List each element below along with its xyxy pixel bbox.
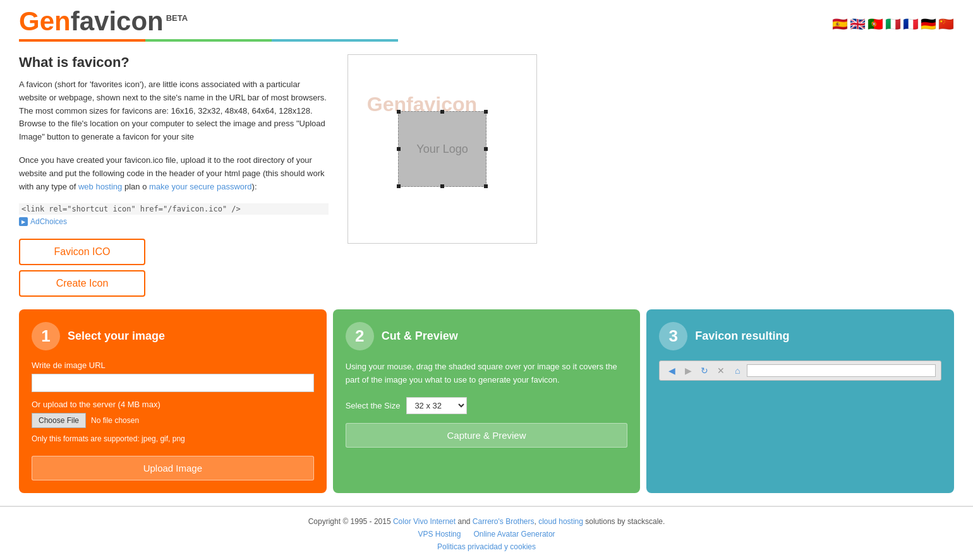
code-line: <link rel="shortcut icon" href="/favicon… [19, 203, 329, 215]
size-row: Select the Size 16 x 16 32 x 32 48 x 48 … [346, 397, 628, 414]
flag-portugal[interactable]: 🇵🇹 [867, 16, 883, 32]
logo-gen: Gen [19, 6, 71, 36]
page-title: What is favicon? [19, 54, 329, 71]
favicon-ico-button[interactable]: Favicon ICO [19, 239, 145, 265]
online-avatar-link[interactable]: Online Avatar Generator [473, 530, 555, 539]
flag-spain[interactable]: 🇪🇸 [832, 16, 848, 32]
bar-orange [19, 39, 145, 42]
logo-area: GenfaviconBETA [19, 6, 398, 42]
color-vivo-link[interactable]: Color Vivo Internet [393, 517, 456, 526]
no-file-text: No file chosen [91, 416, 139, 425]
steps-section: 1 Select your image Write de image URL O… [0, 309, 973, 506]
drag-handle-bot-center[interactable] [440, 184, 444, 188]
web-hosting-link[interactable]: web hosting [78, 182, 122, 191]
step2-title: Cut & Preview [382, 330, 458, 343]
flag-germany[interactable]: 🇩🇪 [921, 16, 936, 32]
flag-uk[interactable]: 🇬🇧 [850, 16, 866, 32]
step1-box: 1 Select your image Write de image URL O… [19, 309, 327, 493]
step3-number: 3 [659, 322, 687, 350]
upload-image-button[interactable]: Upload Image [32, 456, 314, 480]
footer-politicas: Politicas privacidad y cookies [10, 542, 963, 551]
url-input[interactable] [32, 374, 314, 392]
browser-stop-button[interactable]: ✕ [714, 364, 728, 378]
description-paragraph1: A favicon (short for 'favorites icon'), … [19, 78, 329, 144]
upload-row: Choose File No file chosen [32, 413, 314, 428]
drag-handle-mid-right[interactable] [484, 147, 488, 151]
formats-text: Only this formats are supported: jpeg, g… [32, 434, 314, 443]
preview-area: Genfavicon Your Logo [348, 54, 537, 297]
create-icon-button[interactable]: Create Icon [19, 270, 145, 297]
capture-preview-button[interactable]: Capture & Preview [346, 423, 628, 448]
step3-box: 3 Favicon resulting ◀ ▶ ↻ ✕ ⌂ [646, 309, 954, 493]
footer-copyright: Copyright © 1995 - 2015 Color Vivo Inter… [10, 517, 963, 526]
flag-france[interactable]: 🇫🇷 [903, 16, 919, 32]
step1-url-label: Write de image URL [32, 360, 314, 370]
flag-italy[interactable]: 🇮🇹 [885, 16, 901, 32]
step2-description: Using your mouse, drag the shaded square… [346, 360, 628, 387]
drag-handle-top-right[interactable] [484, 110, 488, 114]
browser-bar: ◀ ▶ ↻ ✕ ⌂ [659, 360, 941, 381]
browser-address-bar[interactable] [747, 364, 936, 377]
vps-hosting-link[interactable]: VPS Hosting [418, 530, 461, 539]
left-content: What is favicon? A favicon (short for 'f… [19, 54, 329, 297]
description-paragraph2: Once you have created your favicon.ico f… [19, 154, 329, 193]
flag-china[interactable]: 🇨🇳 [938, 16, 954, 32]
secure-password-link[interactable]: make your secure password [149, 182, 252, 191]
step2-box: 2 Cut & Preview Using your mouse, drag t… [333, 309, 641, 493]
main-content: What is favicon? A favicon (short for 'f… [0, 42, 973, 309]
drag-handle-bot-left[interactable] [397, 184, 401, 188]
adchoices[interactable]: ▶ AdChoices [19, 217, 329, 226]
step1-number: 1 [32, 322, 60, 350]
politicas-link[interactable]: Politicas privacidad y cookies [437, 542, 536, 551]
footer-links: VPS Hosting Online Avatar Generator [10, 530, 963, 539]
step2-header: 2 Cut & Preview [346, 322, 628, 350]
drag-handle-bot-right[interactable] [484, 184, 488, 188]
preview-logo-text: Your Logo [416, 143, 468, 156]
browser-forward-button[interactable]: ▶ [681, 364, 695, 378]
preview-logo-box[interactable]: Your Logo [398, 111, 486, 187]
preview-box: Genfavicon Your Logo [348, 54, 537, 244]
bar-blue [272, 39, 398, 42]
cloud-hosting-link[interactable]: cloud hosting [538, 517, 583, 526]
step1-header: 1 Select your image [32, 322, 314, 350]
drag-handle-top-left[interactable] [397, 110, 401, 114]
step1-title: Select your image [68, 330, 165, 343]
size-select[interactable]: 16 x 16 32 x 32 48 x 48 64 x 64 128 x 12… [406, 397, 467, 414]
logo-beta: BETA [166, 13, 188, 23]
logo-bars [19, 39, 398, 42]
step1-upload-label: Or upload to the server (4 MB max) [32, 400, 314, 409]
header: GenfaviconBETA 🇪🇸 🇬🇧 🇵🇹 🇮🇹 🇫🇷 🇩🇪 🇨🇳 [0, 0, 973, 42]
browser-refresh-button[interactable]: ↻ [698, 364, 711, 378]
drag-handle-top-center[interactable] [440, 110, 444, 114]
logo-favicon: favicon [71, 6, 164, 36]
browser-home-button[interactable]: ⌂ [730, 364, 744, 378]
step3-title: Favicon resulting [695, 330, 789, 343]
browser-back-button[interactable]: ◀ [665, 364, 679, 378]
choose-file-button[interactable]: Choose File [32, 413, 86, 428]
size-label: Select the Size [346, 401, 401, 410]
step3-header: 3 Favicon resulting [659, 322, 941, 350]
carreros-link[interactable]: Carrero's Brothers [473, 517, 535, 526]
flags: 🇪🇸 🇬🇧 🇵🇹 🇮🇹 🇫🇷 🇩🇪 🇨🇳 [832, 16, 954, 32]
adchoices-icon: ▶ [19, 217, 28, 226]
step2-number: 2 [346, 322, 374, 350]
drag-handle-mid-left[interactable] [397, 147, 401, 151]
bar-green [145, 39, 272, 42]
logo[interactable]: GenfaviconBETA [19, 6, 398, 37]
footer: Copyright © 1995 - 2015 Color Vivo Inter… [0, 506, 973, 560]
